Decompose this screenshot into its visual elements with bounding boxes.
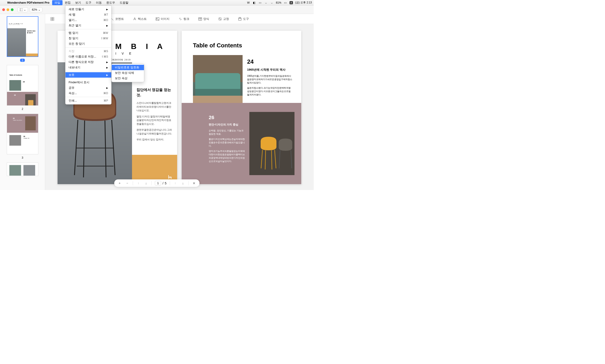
file-menu-item[interactable]: 보호▶ <box>65 72 111 78</box>
p2-h-26: 편안-디자인의 가치 중심 <box>209 123 245 127</box>
menu-help[interactable]: 도움말 <box>117 0 131 5</box>
toolbar-form[interactable]: 양식 <box>198 17 209 21</box>
wifi-icon[interactable]: ⌵ <box>270 1 274 4</box>
toolbar-text[interactable]: 텍스트 <box>133 17 147 21</box>
menubar-status-area: W ◧ ▭ ⌵ ⌵ 81% ▭ A (금) 오후 2:13 <box>247 1 312 4</box>
p2-s1-p2: 젊은자랑스렀다.크기는작았지만완벽하게형성된공간이였다.이모든것이그들의손으로힘… <box>247 86 292 96</box>
traffic-lights <box>2 8 13 11</box>
file-menu-item[interactable]: 새로 만들기▶ <box>65 7 111 12</box>
chevron-down-icon: ⌄ <box>24 8 26 11</box>
file-menu-item[interactable]: Finder에서 표시 <box>65 80 111 85</box>
file-menu-item[interactable]: 탭 닫기⌘W <box>65 30 111 36</box>
menu-tools[interactable]: 도구 <box>83 0 94 5</box>
thumbnail-sidebar[interactable]: C O L U M B I A C O L L E C T I V E 집단에서… <box>0 14 45 190</box>
bluetooth-icon[interactable]: ⌵ <box>264 1 268 4</box>
total-pages: 5 <box>165 182 167 185</box>
sidebar-toggle-button[interactable]: ⌄ <box>18 7 28 12</box>
close-button[interactable] <box>2 8 5 11</box>
p2-h-24: 1965년에 시작된 우리의 역사 <box>247 67 292 72</box>
clock[interactable]: (금) 오후 2:13 <box>295 1 312 4</box>
toolbar-comment[interactable]: 코멘트 <box>110 17 124 21</box>
p2-num-24: 24 <box>247 57 292 66</box>
protect-submenu-item[interactable]: 보안 속성 <box>112 76 144 81</box>
toolbar-link[interactable]: 링크 <box>179 17 189 21</box>
svg-line-26 <box>265 150 266 169</box>
file-menu-item[interactable]: 다른 형식으로 저장▶ <box>65 59 111 65</box>
zoom-in-button[interactable]: ＋ <box>117 181 122 185</box>
menu-go[interactable]: 이동 <box>94 0 104 5</box>
file-menu-item[interactable]: 내보내기▶ <box>65 65 111 70</box>
svg-line-13 <box>75 120 78 175</box>
menu-file[interactable]: 파일 <box>52 0 63 5</box>
page-indicator: / 5 <box>155 181 167 185</box>
p2-section-26: 26 편안-디자인의 가치 중심 순박함, 장인정신, 기품있는 기능과협동한 … <box>209 114 245 163</box>
menu-window[interactable]: 윈도우 <box>104 0 117 5</box>
file-menu-item[interactable]: 공유▶ <box>65 85 111 91</box>
p2-s2-p3: 덴마크기능주의의흔들림없는미학에대한이러한믿음은컬럼비아콜렉티브의공장벽내에잉태… <box>209 149 245 163</box>
thumb1-brand: C O L U M B I A <box>9 23 38 24</box>
p1-para2: 열정.디자인.열정의디테일에영감을받아자신만의개인적가정표현을찾으십시오. <box>137 115 173 126</box>
zoom-dropdown[interactable]: 82% ⌄ <box>30 7 42 12</box>
zoom-value: 82% <box>32 8 37 11</box>
thumbnail-1[interactable]: C O L U M B I A C O L L E C T I V E 집단에서… <box>7 16 38 57</box>
close-nav-button[interactable]: ✕ <box>192 182 196 185</box>
protect-submenu-item[interactable]: 비밀번호로 암호화 <box>112 65 144 70</box>
file-menu-item[interactable]: 창 닫기⇧⌘W <box>65 36 111 41</box>
thumbnail-2-number: 2 <box>0 107 45 111</box>
thumbnail-3-number: 3 <box>0 156 45 159</box>
thumbnail-1-number: 1 <box>0 59 45 62</box>
p1-para1: 스칸디나비아를탐험하고현지크리에이티브와유명디자이너를만나보십시오. <box>137 101 173 112</box>
svg-rect-12 <box>239 18 241 20</box>
svg-line-27 <box>271 150 272 169</box>
input-source-badge[interactable]: A <box>290 1 293 4</box>
svg-line-16 <box>105 120 106 177</box>
file-menu-item[interactable]: 새 탭⌘T <box>65 12 111 17</box>
toolbar-tool[interactable]: 도구 <box>238 17 249 21</box>
zoom-out-button[interactable]: － <box>125 181 129 185</box>
prev-page-button[interactable]: ↑ <box>173 182 178 185</box>
p1-heading: 집단에서 영감을 얻는것. <box>137 87 173 98</box>
next-page-button[interactable]: ↓ <box>181 182 185 185</box>
thumbnail-4[interactable] <box>7 162 38 176</box>
thumbnail-2[interactable]: Table of Contents 24 26 <box>7 65 38 106</box>
page-navigation-bar: ＋ － ↑ ↓ / 5 ↑ ↓ ✕ <box>114 179 199 187</box>
wondershare-status-icon[interactable]: W <box>247 1 250 4</box>
protect-submenu-item[interactable]: 보안 속성 삭제 <box>112 70 144 76</box>
p2-sofa-image <box>193 55 243 105</box>
battery-percent[interactable]: 81% <box>276 1 281 4</box>
thumb2-title: Table of Contents <box>9 74 38 76</box>
file-menu-item[interactable]: 모든 창 닫기 <box>65 41 111 47</box>
file-menu-item[interactable]: 다른 이름으로 저장...⇧⌘S <box>65 54 111 59</box>
app-name[interactable]: Wondershare PDFelement Pro <box>7 1 50 4</box>
file-menu-item[interactable]: 속성...⌘D <box>65 91 111 96</box>
menu-edit[interactable]: 편집 <box>63 0 73 5</box>
file-menu-item[interactable]: 인쇄...⌘P <box>65 98 111 103</box>
p2-s1-p1: 1965년여름,기이한밴쿠버아침의일광속에서젊은덴마크제작가가새로운공장입구에자… <box>247 74 292 84</box>
battery-icon[interactable]: ▭ <box>284 1 287 4</box>
file-menu-item[interactable]: 최근 열기▶ <box>65 23 111 28</box>
app-status-icon[interactable]: ◧ <box>253 1 256 4</box>
svg-line-15 <box>83 120 85 177</box>
current-page-input[interactable] <box>155 181 161 185</box>
minimize-button[interactable] <box>7 8 9 11</box>
toolbar-redact[interactable]: 교정 <box>218 17 229 21</box>
file-menu-item[interactable]: 열기...⌘O <box>65 17 111 23</box>
view-mode-grid-button[interactable] <box>51 17 54 21</box>
svg-rect-0 <box>20 8 23 11</box>
toolbar-image[interactable]: 이미지 <box>156 17 169 21</box>
p1-para3: 완전무결한공간은아닙니다.그러나끊은살기위해만들어진겁니다. <box>137 128 173 135</box>
menu-view[interactable]: 보기 <box>73 0 83 5</box>
p2-chairs-image <box>249 112 295 175</box>
last-page-button[interactable]: ↓ <box>144 182 148 185</box>
file-menu-dropdown: 새로 만들기▶새 탭⌘T열기...⌘O최근 열기▶탭 닫기⌘W창 닫기⇧⌘W모든… <box>65 5 112 104</box>
airplay-icon[interactable]: ▭ <box>258 1 262 4</box>
first-page-button[interactable]: ↑ <box>136 182 141 185</box>
page-2[interactable]: Table of Contents 24 1965년에 시작된 우리의 역사 1… <box>182 31 301 184</box>
maximize-button[interactable] <box>11 8 13 11</box>
chair-icon <box>167 174 173 180</box>
macos-menubar: Wondershare PDFelement Pro 파일 편집 보기 도구 이… <box>0 0 314 5</box>
p2-section-24: 24 1965년에 시작된 우리의 역사 1965년여름,기이한밴쿠버아침의일광… <box>247 57 292 96</box>
thumb1-heading: 집단에서 영감을 얻는것 <box>27 30 37 34</box>
svg-line-14 <box>112 120 115 175</box>
thumbnail-3[interactable]: 28 사람들이원는왼전한선 30 새로움을 위한 <box>7 114 38 154</box>
